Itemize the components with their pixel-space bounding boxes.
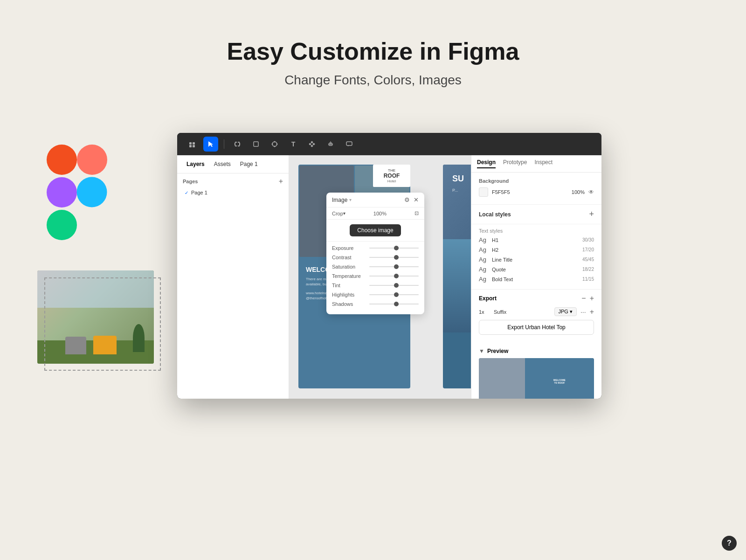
svg-rect-15 [235,143,235,145]
export-format-row: 1x Suffix JPG ▾ ··· + [479,307,594,316]
toolbar-shape-btn[interactable] [249,137,263,152]
local-styles-label: Local styles [479,211,511,218]
image-settings-icon[interactable]: ⚙ [404,196,410,203]
text-style-h2: Ag H2 17/20 [479,246,594,253]
svg-rect-24 [311,145,313,147]
highlights-row: Highlights [332,292,419,297]
svg-rect-8 [189,145,192,147]
figma-toolbar: T [177,133,601,155]
visibility-icon[interactable]: 👁 [588,189,594,195]
svg-rect-9 [193,145,195,147]
export-section: Export − + 1x Suffix JPG ▾ ··· + Export … [471,289,601,343]
choose-image-button[interactable]: Choose image [350,224,401,236]
shadows-slider[interactable] [369,304,419,304]
svg-point-3 [77,177,107,207]
image-close-icon[interactable]: ✕ [414,196,419,203]
hotel-stars: ★★★★★ [443,332,471,346]
hotel-logo-hotel: Hotel [377,179,407,183]
hotel-design-2-header: SUP... [443,165,471,239]
text-style-quote: Ag Quote 18/22 [479,266,594,273]
panel-tabs: Layers Assets Page 1 [177,155,289,173]
svg-rect-4 [47,210,77,240]
figma-body: Layers Assets Page 1 Pages + ✓ Page 1 [177,155,601,399]
temperature-label: Temperature [332,273,369,279]
toolbar-pen-btn[interactable] [267,137,282,152]
toolbar-select-btn[interactable] [203,137,218,152]
image-popup-title: Image ▾ [332,197,352,203]
toolbar-comment-btn[interactable] [342,137,357,152]
image-popup-actions: ⚙ ✕ [404,196,419,203]
svg-point-22 [276,143,278,145]
pages-section: Pages + ✓ Page 1 [177,173,289,200]
preview-text: WELCOMETO ROOF [529,379,590,384]
export-button[interactable]: Export Urban Hotel Top [479,320,594,335]
svg-rect-25 [309,143,311,145]
bg-color-swatch[interactable] [479,187,488,197]
saturation-slider[interactable] [369,266,419,267]
hotel-instagram: @theroofhotel [306,296,329,300]
image-adjustments: Exposure Contrast Saturation [326,242,424,314]
text-style-name-4: Bold Text [492,277,579,282]
text-style-name-3: Quote [492,267,579,272]
crop-value: 100% [345,211,414,216]
highlights-slider[interactable] [369,294,419,295]
figma-left-panel: Layers Assets Page 1 Pages + ✓ Page 1 [177,155,289,399]
export-format-select[interactable]: JPG ▾ [554,307,577,316]
figma-canvas[interactable]: WELCOME TO ROOF There are many variation… [289,155,471,399]
room-image-container [37,270,163,373]
page1-item[interactable]: ✓ Page 1 [183,188,283,197]
image-title-text: Image [332,197,347,203]
figma-right-panel: Design Prototype Inspect Background F5F5… [471,155,601,399]
svg-marker-10 [208,141,213,147]
preview-header: ▼ Preview [479,348,594,354]
tab-assets[interactable]: Assets [210,159,235,169]
tab-design[interactable]: Design [477,159,496,168]
add-export-btn[interactable]: + [590,294,594,303]
text-style-meta-4: 11/15 [582,277,594,282]
shadows-label: Shadows [332,301,369,307]
crop-label: Crop [332,211,343,216]
tab-page[interactable]: Page 1 [236,159,262,169]
export-add-btn[interactable]: + [590,308,594,316]
add-page-btn[interactable]: + [279,177,283,186]
svg-rect-2 [47,177,77,207]
help-button[interactable]: ? [722,536,737,551]
tab-layers[interactable]: Layers [183,159,208,169]
preview-left [479,358,525,399]
choose-image-section: Choose image [326,220,424,242]
text-style-h1: Ag H1 30/30 [479,236,594,243]
toolbar-component-btn[interactable] [304,137,319,152]
pages-label: Pages [183,179,198,184]
remove-export-btn[interactable]: − [581,294,586,303]
export-more-btn[interactable]: ··· [580,308,586,316]
add-local-style-btn[interactable]: + [589,209,594,219]
tab-prototype[interactable]: Prototype [503,159,527,168]
preview-label: Preview [487,348,508,354]
page1-label: Page 1 [191,190,207,195]
exposure-slider[interactable] [369,248,419,249]
saturation-row: Saturation [332,264,419,270]
saturation-label: Saturation [332,264,369,270]
tint-label: Tint [332,283,369,288]
text-style-name-1: H2 [492,247,579,253]
image-popup-header: Image ▾ ⚙ ✕ [326,193,424,207]
svg-rect-11 [235,142,237,143]
shadows-row: Shadows [332,301,419,307]
svg-rect-23 [311,141,313,144]
image-popup-crop-row: Crop ▾ 100% ⊡ [326,207,424,220]
contrast-slider[interactable] [369,257,419,258]
figma-logo [42,140,117,252]
figma-ui-mockup: T Layers Assets [177,133,601,399]
toolbar-divider-1 [224,139,224,149]
temperature-row: Temperature [332,273,419,279]
tab-inspect[interactable]: Inspect [534,159,553,168]
toolbar-menu-btn[interactable] [185,137,200,152]
toolbar-hand-btn[interactable] [323,137,338,152]
tint-slider[interactable] [369,285,419,286]
export-label: Export [479,295,497,302]
temperature-slider[interactable] [369,276,419,277]
text-style-name-0: H1 [492,237,579,243]
hero-subtitle: Change Fonts, Colors, Images [0,73,746,88]
toolbar-frame-btn[interactable] [230,137,245,152]
toolbar-text-btn[interactable]: T [286,137,301,152]
